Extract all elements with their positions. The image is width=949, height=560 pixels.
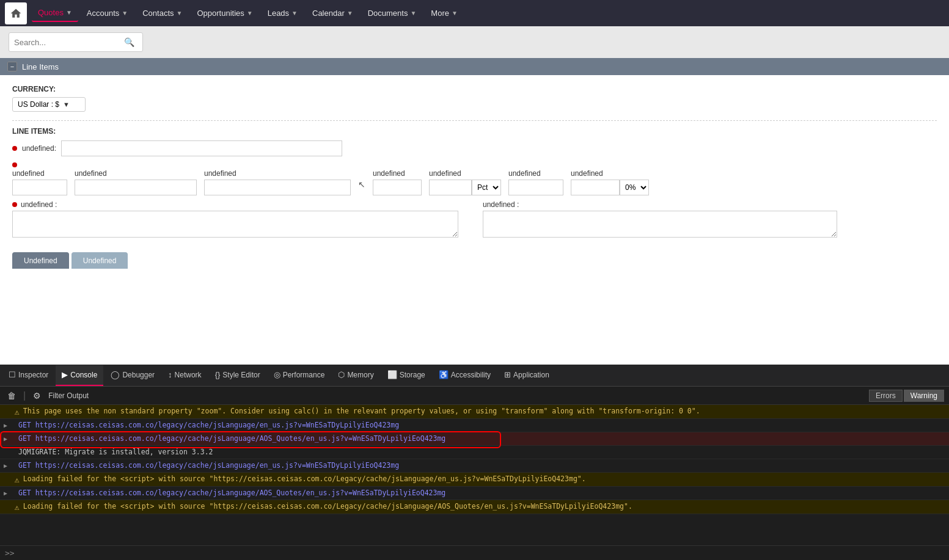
console-row-text: GET https://ceisas.ceisas.com.co/legacy/… [18,434,944,443]
storage-icon: ⬜ [387,370,397,379]
console-row-text: GET https://ceisas.ceisas.com.co/legacy/… [18,489,944,497]
undefined-col-label-1: undefined [12,169,67,178]
row-expand-icon[interactable]: ▶ [4,435,11,442]
row-expand-icon[interactable]: ▶ [4,490,11,496]
search-icon[interactable]: 🔍 [124,37,134,47]
currency-dropdown[interactable]: US Dollar : $ ▼ [12,97,86,112]
console-row: ▶ GET https://ceisas.ceisas.com.co/legac… [0,487,949,500]
undefined-textarea-2[interactable] [483,211,837,238]
console-input-row: >> [0,545,949,560]
accessibility-icon: ♿ [439,370,449,379]
undefined-col-input-1[interactable] [12,180,67,195]
devtool-tab-storage[interactable]: ⬜ Storage [381,365,431,386]
row-expand-icon[interactable]: ▶ [4,462,11,469]
devtool-tab-debugger[interactable]: ◯ Debugger [104,365,161,386]
devtool-tab-accessibility[interactable]: ♿ Accessibility [433,365,497,386]
network-icon: ↕ [168,370,172,379]
pct-select[interactable]: Pct [472,180,501,195]
warning-icon: ⚠ [15,475,20,484]
undefined-col-input-4[interactable] [373,180,422,195]
field-col-2: undefined [75,169,197,195]
memory-icon: ⬡ [338,370,345,379]
textarea-right: undefined : [483,200,937,238]
console-row-text: Loading failed for the <script> with sou… [23,502,944,511]
chevron-down-icon: ▼ [63,101,70,108]
errors-warnings-buttons: Errors Warning [869,390,944,402]
undefined-textarea-1[interactable] [12,211,458,238]
required-dot [12,146,17,151]
devtool-tab-inspector[interactable]: ☐ Inspector [2,365,54,386]
chevron-down-icon: ▼ [347,10,353,16]
section-title: Line Items [22,62,59,71]
chevron-down-icon: ▼ [247,10,253,16]
console-row: ⚠ Loading failed for the <script> with s… [0,500,949,514]
console-row: ▶ GET https://ceisas.ceisas.com.co/legac… [0,459,949,473]
nav-item-leads[interactable]: Leads ▼ [262,5,304,21]
warning-button[interactable]: Warning [904,390,944,402]
undefined-input-1[interactable] [61,140,342,156]
row-expand-icon[interactable]: ▶ [4,422,11,429]
console-row-text: Loading failed for the <script> with sou… [23,475,944,483]
devtool-tab-style-editor[interactable]: {} Style Editor [209,365,266,386]
devtool-tab-performance[interactable]: ◎ Performance [268,365,331,386]
currency-select: US Dollar : $ ▼ [12,97,937,112]
devtools-toolbar: 🗑 | ⚙ Filter Output Errors Warning [0,387,949,405]
warning-icon: ⚠ [15,503,20,512]
currency-section: CURRENCY: US Dollar : $ ▼ [12,85,937,112]
console-row: ⚠ This page uses the non standard proper… [0,405,949,419]
chevron-down-icon: ▼ [177,10,183,16]
filter-icon[interactable]: ⚙ [31,390,43,402]
nav-item-contacts[interactable]: Contacts ▼ [136,5,188,21]
currency-value: US Dollar : $ [18,100,59,109]
top-navigation: Quotes ▼ Accounts ▼ Contacts ▼ Opportuni… [0,0,949,26]
nav-item-calendar[interactable]: Calendar ▼ [306,5,359,21]
undefined-col-label-6: undefined [508,169,563,178]
percent-select[interactable]: 0% [620,180,649,195]
section-toggle-button[interactable]: − [7,62,17,71]
chevron-down-icon: ▼ [452,10,458,16]
console-icon: ▶ [62,370,68,379]
main-content: − Line Items CURRENCY: US Dollar : $ ▼ L… [0,58,949,365]
undefined-col-input-6[interactable] [508,180,563,195]
chevron-down-icon: ▼ [291,10,298,16]
field-col-7: undefined 0% [571,169,649,195]
home-button[interactable] [5,2,27,24]
chevron-down-icon: ▼ [410,10,416,16]
textarea-left: undefined : [12,200,458,238]
content-tabs: Undefined Undefined [0,247,949,269]
undefined-col-label-3: undefined [204,169,351,178]
required-dot [12,162,17,167]
form-area: CURRENCY: US Dollar : $ ▼ LINE ITEMS: un… [0,75,949,247]
console-row-text: This page uses the non standard property… [23,407,944,415]
nav-item-quotes[interactable]: Quotes ▼ [32,4,78,22]
search-bar: 🔍 [0,26,949,58]
devtool-tab-console[interactable]: ▶ Console [56,365,103,386]
console-row: ▶ GET https://ceisas.ceisas.com.co/legac… [0,419,949,432]
nav-item-more[interactable]: More ▼ [425,5,464,21]
undefined-col-label-5: undefined [429,169,501,178]
undefined-col-input-2[interactable] [75,180,197,195]
tab-undefined-1[interactable]: Undefined [12,252,69,269]
devtool-tab-memory[interactable]: ⬡ Memory [332,365,379,386]
chevron-down-icon: ▼ [122,10,128,16]
undefined-col-label-4: undefined [373,169,422,178]
errors-button[interactable]: Errors [869,390,903,402]
nav-item-documents[interactable]: Documents ▼ [362,5,423,21]
line-item-row-1: undefined: [12,140,937,156]
tab-undefined-2[interactable]: Undefined [71,252,128,269]
nav-item-accounts[interactable]: Accounts ▼ [81,5,134,21]
undefined-col-input-5a[interactable] [429,180,472,195]
nav-item-opportunities[interactable]: Opportunities ▼ [191,5,258,21]
undefined-col-input-7a[interactable] [571,180,620,195]
undefined-colon-label-1: undefined : [21,200,57,209]
required-dot [12,202,17,207]
devtool-tab-application[interactable]: ⊞ Application [498,365,555,386]
devtool-tab-network[interactable]: ↕ Network [162,365,208,386]
clear-console-button[interactable]: 🗑 [5,390,18,402]
search-input[interactable] [14,38,124,47]
undefined-col-input-3[interactable] [204,180,351,195]
console-row-text: GET https://ceisas.ceisas.com.co/legacy/… [18,461,944,470]
style-editor-icon: {} [215,370,221,379]
console-input[interactable] [18,549,944,558]
field-col-4: undefined [373,169,422,195]
